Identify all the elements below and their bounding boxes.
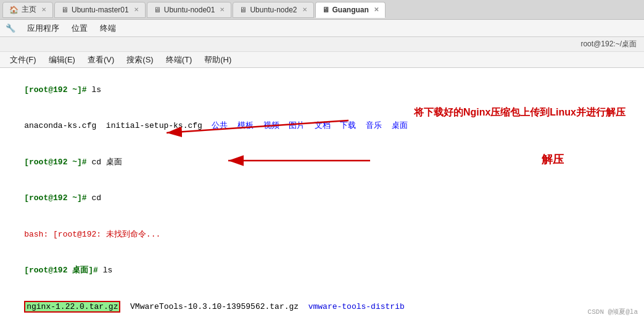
app-icon: 🔧: [5, 23, 16, 34]
terminal-icon-1: 🖥: [61, 6, 68, 14]
tab-guanguan-close[interactable]: ✕: [374, 6, 379, 13]
menu-apps[interactable]: 应用程序: [22, 21, 64, 36]
terminal-icon-4: 🖥: [322, 6, 329, 14]
terminal-menu-bar: 文件(F) 编辑(E) 查看(V) 搜索(S) 终端(T) 帮助(H): [0, 52, 644, 68]
prompt-4: [root@192 ~]#: [24, 193, 91, 203]
output-2a: anaconda-ks.cfg initial-setup-ks.cfg: [24, 121, 212, 130]
tab-home-label: 主页: [22, 4, 36, 15]
menu-search[interactable]: 搜索(S): [122, 53, 158, 67]
tab-home-close[interactable]: ✕: [41, 6, 46, 13]
output-7b: VMwareTools-10.3.10-13959562.tar.gz vmwa…: [120, 302, 404, 311]
menu-terminal[interactable]: 终端: [95, 21, 121, 36]
cmd-6: ls: [103, 266, 113, 275]
menu-file[interactable]: 文件(F): [5, 53, 41, 67]
status-bar: root@192:~/桌面: [0, 37, 644, 52]
user-host-label: root@192:~/桌面: [580, 39, 637, 49]
error-5: bash: [root@192: 未找到命令...: [24, 230, 160, 239]
menu-location[interactable]: 位置: [67, 21, 93, 36]
terminal-area[interactable]: [root@192 ~]# ls anaconda-ks.cfg initial…: [0, 68, 644, 320]
cmd-4: cd: [91, 193, 101, 203]
tab-ubuntu-node01[interactable]: 🖥 Ubuntu-node01 ✕: [147, 2, 232, 18]
menu-terminal2[interactable]: 终端(T): [161, 53, 197, 67]
menu-help[interactable]: 帮助(H): [199, 53, 236, 67]
watermark: CSDN @倾夏@la: [588, 307, 638, 316]
tab-ubuntu-master-label: Ubuntu-master01: [72, 6, 129, 14]
tab-ubuntu-node2-label: Ubuntu-node2: [250, 6, 297, 14]
tab-ubuntu-node2[interactable]: 🖥 Ubuntu-node2 ✕: [233, 2, 313, 18]
term-line-4: [root@192 ~]# cd: [5, 180, 639, 217]
tab-ubuntu-node01-label: Ubuntu-node01: [164, 6, 215, 14]
tab-ubuntu-node01-close[interactable]: ✕: [220, 6, 225, 13]
tab-ubuntu-master-close[interactable]: ✕: [134, 6, 139, 13]
prompt-3: [root@192 ~]#: [24, 158, 91, 167]
cmd-1: ls: [91, 85, 101, 95]
term-line-3: [root@192 ~]# cd 桌面: [5, 144, 639, 180]
prompt-1: [root@192 ~]#: [24, 85, 91, 95]
tab-bar: 🏠 主页 ✕ 🖥 Ubuntu-master01 ✕ 🖥 Ubuntu-node…: [0, 0, 644, 20]
terminal-icon-2: 🖥: [154, 6, 161, 14]
menu-edit[interactable]: 编辑(E): [44, 53, 80, 67]
cmd-3: cd 桌面: [91, 158, 122, 167]
output-2b: 公共 模板 视频 图片 文档 下载 音乐 桌面: [212, 121, 407, 130]
menu-view[interactable]: 查看(V): [83, 53, 119, 67]
term-line-2: anaconda-ks.cfg initial-setup-ks.cfg 公共 …: [5, 108, 639, 145]
home-icon: 🏠: [9, 6, 19, 14]
term-line-7: nginx-1.22.0.tar.gz VMwareTools-10.3.10-…: [5, 288, 639, 320]
tab-ubuntu-master[interactable]: 🖥 Ubuntu-master01 ✕: [54, 2, 146, 18]
term-line-1: [root@192 ~]# ls: [5, 72, 639, 108]
term-line-5: bash: [root@192: 未找到命令...: [5, 216, 639, 253]
app-menu-bar: 🔧 应用程序 位置 终端: [0, 20, 644, 37]
tab-guanguan-label: Guanguan: [332, 6, 369, 14]
tab-ubuntu-node2-close[interactable]: ✕: [302, 6, 307, 13]
tab-home[interactable]: 🏠 主页 ✕: [2, 2, 53, 18]
prompt-6: [root@192 桌面]#: [24, 266, 102, 275]
terminal-icon-3: 🖥: [239, 6, 247, 14]
nginx-tar-highlight: nginx-1.22.0.tar.gz: [24, 301, 120, 313]
term-line-6: [root@192 桌面]# ls: [5, 253, 639, 289]
tab-guanguan[interactable]: 🖥 Guanguan ✕: [315, 2, 386, 18]
